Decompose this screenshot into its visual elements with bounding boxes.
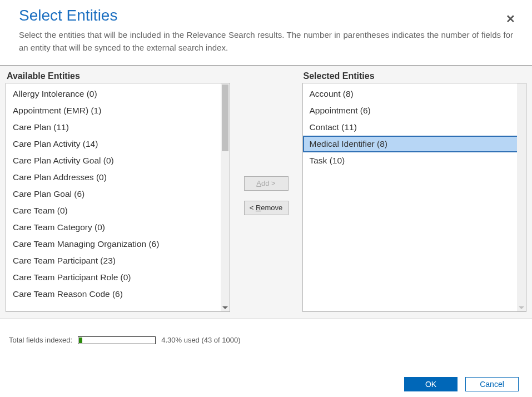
list-item[interactable]: Care Plan Activity Goal (0) xyxy=(6,152,230,169)
indexed-label: Total fields indexed: xyxy=(9,336,72,344)
available-column: Available Entities Allergy Intolerance (… xyxy=(6,71,230,312)
list-item[interactable]: Contact (11) xyxy=(303,119,526,136)
add-button[interactable]: Add > xyxy=(244,176,289,191)
dialog-buttons: OK Cancel xyxy=(404,377,519,391)
list-item[interactable]: Care Plan Addresses (0) xyxy=(6,169,230,186)
close-icon[interactable]: ✕ xyxy=(506,13,515,24)
selected-label: Selected Entities xyxy=(302,71,527,81)
indexed-pct-text: 4.30% used (43 of 1000) xyxy=(161,336,240,344)
list-item[interactable]: Care Plan Goal (6) xyxy=(6,186,230,202)
list-item[interactable]: Care Team Category (0) xyxy=(6,219,230,236)
scrollbar[interactable] xyxy=(221,83,230,311)
list-item[interactable]: Care Plan Activity (14) xyxy=(6,136,230,152)
list-item[interactable]: Appointment (EMR) (1) xyxy=(6,102,230,119)
dialog-subtitle: Select the entities that will be include… xyxy=(19,29,513,54)
dialog-title: Select Entities xyxy=(19,7,513,24)
list-item[interactable]: Allergy Intolerance (0) xyxy=(6,86,230,102)
list-item[interactable]: Care Team Reason Code (6) xyxy=(6,286,230,302)
list-item[interactable]: Care Team (0) xyxy=(6,202,230,219)
list-item[interactable]: Care Plan (11) xyxy=(6,119,230,136)
scroll-down-icon[interactable] xyxy=(519,306,524,309)
dialog-header: Select Entities Select the entities that… xyxy=(0,0,532,65)
scrollbar[interactable] xyxy=(517,83,526,311)
scroll-thumb[interactable] xyxy=(222,85,228,151)
list-item[interactable]: Care Team Participant Role (0) xyxy=(6,269,230,286)
transfer-buttons: Add > < Remove xyxy=(230,71,302,312)
cancel-button[interactable]: Cancel xyxy=(465,377,519,391)
available-label: Available Entities xyxy=(6,71,230,81)
list-item[interactable]: Appointment (6) xyxy=(303,102,526,119)
selected-column: Selected Entities Account (8)Appointment… xyxy=(302,71,527,312)
footer: Total fields indexed: 4.30% used (43 of … xyxy=(0,319,532,349)
remove-button[interactable]: < Remove xyxy=(244,201,289,215)
list-item[interactable]: Care Team Participant (23) xyxy=(6,252,230,269)
progress-fill xyxy=(79,338,82,343)
add-underline: A xyxy=(256,179,261,187)
progress-bar xyxy=(78,336,156,344)
available-listbox[interactable]: Allergy Intolerance (0)Appointment (EMR)… xyxy=(6,83,230,312)
list-item[interactable]: Medical Identifier (8) xyxy=(303,136,526,152)
list-item[interactable]: Task (10) xyxy=(303,152,526,169)
list-item[interactable]: Account (8) xyxy=(303,86,526,102)
list-item[interactable]: Care Team Managing Organization (6) xyxy=(6,236,230,252)
scroll-down-icon[interactable] xyxy=(222,306,228,309)
remove-underline: R xyxy=(256,204,261,212)
ok-button[interactable]: OK xyxy=(404,377,458,391)
selected-listbox[interactable]: Account (8)Appointment (6)Contact (11)Me… xyxy=(302,83,527,312)
entity-picker-panel: Available Entities Allergy Intolerance (… xyxy=(0,65,532,319)
